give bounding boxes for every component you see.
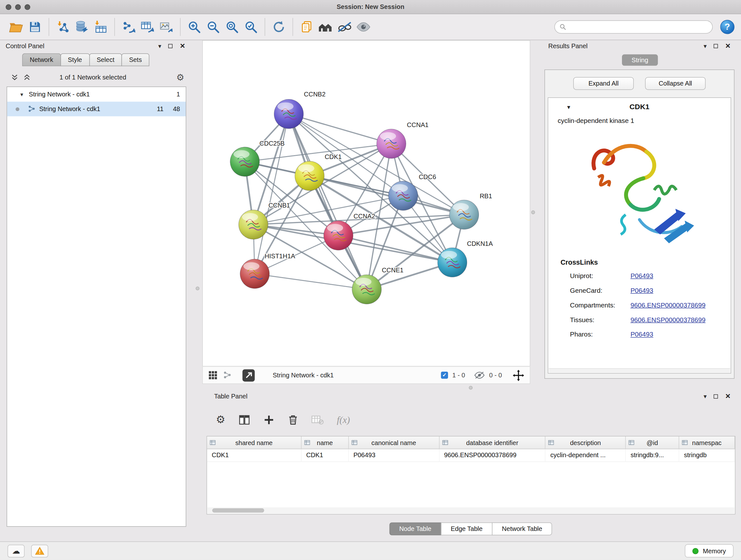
crosslink-row: Uniprot:P06493 (548, 268, 731, 283)
results-panel: Results Panel ▾ ✕ String Expand All Coll… (544, 40, 735, 379)
collection-disclosure-icon[interactable]: ▾ (20, 91, 29, 98)
fit-content-button[interactable] (223, 17, 242, 37)
open-session-button[interactable] (7, 17, 25, 37)
column-header[interactable]: database identifier (440, 436, 546, 449)
float-panel-icon[interactable]: ▾ (704, 43, 707, 49)
tab-string[interactable]: String (622, 54, 658, 66)
save-session-button[interactable] (25, 17, 44, 37)
tab-network-table[interactable]: Network Table (492, 522, 552, 535)
crosslink-row: GeneCard:P06493 (548, 283, 731, 298)
show-columns-icon[interactable] (239, 414, 250, 426)
maximize-window-button[interactable] (24, 4, 30, 10)
collapse-all-icon[interactable] (11, 74, 18, 81)
horizontal-splitter-handle[interactable] (469, 386, 473, 389)
vertical-splitter-handle[interactable] (196, 287, 199, 290)
export-image-icon (159, 20, 173, 34)
close-panel-icon[interactable]: ✕ (725, 43, 731, 49)
crosslink-value-link[interactable]: 9606.ENSP00000378699 (630, 316, 705, 323)
network-node-ccnb1[interactable]: CCNB1 (239, 202, 290, 239)
network-node-hist1h1a[interactable]: HIST1H1A (240, 253, 295, 289)
column-header[interactable]: @id (626, 436, 679, 449)
crosslink-value-link[interactable]: 9606.ENSP00000378699 (630, 301, 705, 309)
tab-edge-table[interactable]: Edge Table (441, 522, 492, 535)
network-view-canvas[interactable]: CCNB2CCNA1CDC25BCDK1CDC6RB1CCNB1CCNA2CDK… (202, 40, 530, 367)
collapse-all-button[interactable]: Collapse All (645, 77, 706, 90)
network-node-ccna1[interactable]: CCNA1 (377, 121, 428, 159)
network-node-cdc6[interactable]: CDC6 (388, 173, 436, 210)
vertical-splitter-handle[interactable] (531, 210, 535, 214)
new-network-from-selection-button[interactable] (119, 17, 138, 37)
birdseye-view-button[interactable] (243, 369, 255, 381)
graphics-details-button[interactable] (354, 17, 373, 37)
maximize-panel-icon[interactable] (714, 394, 718, 398)
network-row[interactable]: String Network - cdk1 11 48 (7, 102, 186, 116)
export-image-button[interactable] (157, 17, 176, 37)
crosslink-value-link[interactable]: P06493 (630, 287, 654, 294)
float-panel-icon[interactable]: ▾ (704, 393, 707, 399)
network-edge[interactable] (255, 114, 289, 274)
table-row[interactable]: CDK1CDK1P064939606.ENSP00000378699cyclin… (207, 449, 735, 462)
expand-all-icon[interactable] (23, 74, 30, 81)
tab-sets[interactable]: Sets (122, 53, 149, 66)
network-edge[interactable] (289, 114, 391, 144)
delete-trash-icon[interactable] (288, 414, 298, 426)
node-label-cdk1: CDK1 (325, 153, 341, 160)
cloud-status-button[interactable]: ☁ (8, 544, 24, 557)
network-collection-row[interactable]: ▾ String Network - cdk1 1 (7, 87, 186, 102)
float-panel-icon[interactable]: ▾ (158, 43, 161, 49)
gene-disclosure-icon[interactable]: ▾ (567, 104, 570, 111)
network-options-gear-icon[interactable]: ⚙ (176, 72, 184, 83)
memory-button[interactable]: Memory (685, 544, 733, 557)
tab-select[interactable]: Select (89, 53, 122, 66)
network-edge[interactable] (255, 273, 367, 289)
minimize-window-button[interactable] (15, 4, 21, 10)
import-table-file-button[interactable] (91, 17, 110, 37)
warnings-button[interactable] (31, 544, 48, 557)
new-network-from-table-button[interactable] (138, 17, 157, 37)
close-panel-icon[interactable]: ✕ (725, 393, 731, 400)
function-builder-button[interactable]: f(x) (337, 415, 350, 425)
copy-pages-button[interactable] (297, 17, 316, 37)
tab-network[interactable]: Network (22, 53, 61, 66)
zoom-out-button[interactable] (204, 17, 222, 37)
add-column-plus-icon[interactable] (263, 414, 275, 426)
column-header[interactable]: name (301, 436, 349, 449)
help-button[interactable]: ? (720, 20, 734, 34)
tab-style[interactable]: Style (60, 53, 90, 66)
scrollbar-thumb[interactable] (212, 508, 264, 512)
column-header[interactable]: canonical name (349, 436, 440, 449)
zoom-selected-button[interactable] (242, 17, 260, 37)
network-node-rb1[interactable]: RB1 (449, 192, 492, 230)
import-network-file-button[interactable] (53, 17, 72, 37)
network-node-cdk1[interactable]: CDK1 (295, 153, 342, 191)
pan-crosshair-icon[interactable] (513, 369, 524, 381)
search-input[interactable] (569, 23, 708, 30)
import-network-database-button[interactable] (72, 17, 91, 37)
crosslink-value-link[interactable]: P06493 (630, 330, 654, 338)
table-options-gear-icon[interactable]: ⚙ (216, 414, 225, 426)
network-state-dot (16, 107, 19, 111)
close-panel-icon[interactable]: ✕ (180, 43, 185, 49)
network-view-icon[interactable] (223, 371, 232, 380)
home-networks-button[interactable] (316, 17, 335, 37)
network-edge[interactable] (289, 114, 367, 289)
table-horizontal-scrollbar[interactable] (207, 507, 734, 513)
toolbar-search[interactable] (554, 20, 713, 34)
crosslink-value-link[interactable]: P06493 (630, 272, 654, 279)
tab-node-table[interactable]: Node Table (389, 522, 441, 535)
refresh-view-button[interactable] (269, 17, 288, 37)
results-horizontal-scrollbar[interactable] (549, 368, 730, 373)
maximize-panel-icon[interactable] (714, 44, 718, 48)
selected-checkbox-icon[interactable]: ✓ (441, 372, 448, 379)
column-header[interactable]: description (546, 436, 626, 449)
maximize-panel-icon[interactable] (169, 44, 173, 48)
expand-all-button[interactable]: Expand All (573, 77, 634, 90)
grid-view-icon[interactable] (208, 371, 217, 380)
zoom-in-button[interactable] (185, 17, 204, 37)
column-header[interactable]: shared name (207, 436, 301, 449)
network-node-cdkn1a[interactable]: CDKN1A (437, 240, 493, 277)
string-structures-toggle-button[interactable] (335, 17, 354, 37)
close-window-button[interactable] (6, 4, 11, 10)
network-node-ccne1[interactable]: CCNE1 (352, 266, 403, 304)
column-header[interactable]: namespac (679, 436, 735, 449)
